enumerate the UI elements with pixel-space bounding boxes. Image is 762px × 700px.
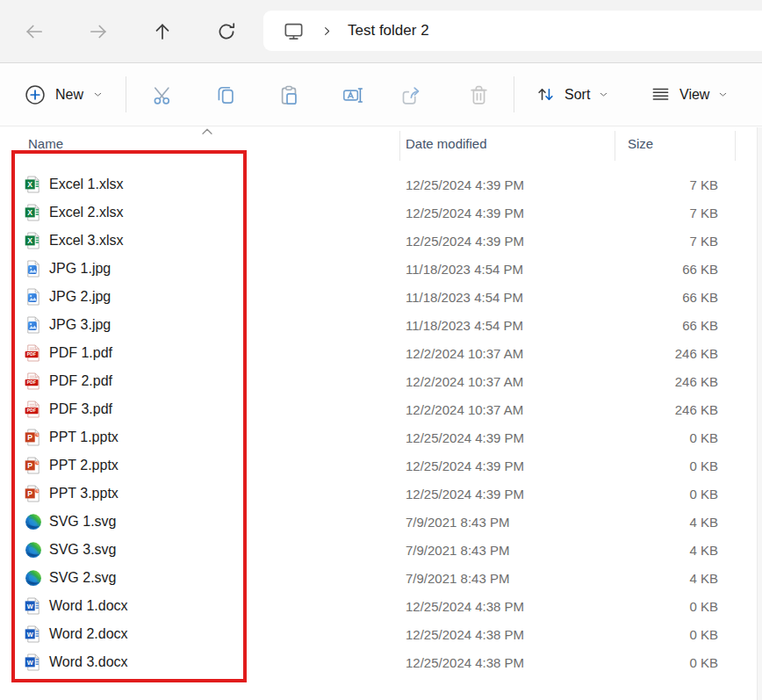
refresh-button[interactable] xyxy=(211,16,242,47)
column-separator[interactable] xyxy=(735,131,736,161)
sort-button[interactable]: Sort xyxy=(528,76,615,113)
file-row[interactable]: SVG 3.svg 7/9/2021 8:43 PM 4 KB xyxy=(0,536,757,564)
excel-icon: X xyxy=(25,204,42,221)
svg-text:PDF: PDF xyxy=(27,379,37,385)
file-row[interactable]: X Excel 1.xlsx 12/25/2024 4:39 PM 7 KB xyxy=(0,170,757,198)
svg-text:P: P xyxy=(27,461,32,470)
copy-button[interactable] xyxy=(212,82,239,108)
new-button-label: New xyxy=(55,87,83,103)
new-button[interactable]: New xyxy=(16,76,111,113)
share-button[interactable] xyxy=(398,82,424,108)
sort-arrows-icon xyxy=(535,83,557,105)
column-header-date-modified[interactable]: Date modified xyxy=(406,136,487,151)
file-row[interactable]: P PPT 2.pptx 12/25/2024 4:39 PM 0 KB xyxy=(0,451,757,480)
command-bar: New Sort xyxy=(0,63,762,126)
view-button-label: View xyxy=(679,87,709,103)
file-size: 66 KB xyxy=(606,262,718,277)
svg-text:W: W xyxy=(27,659,33,667)
back-button[interactable] xyxy=(18,16,50,47)
file-row[interactable]: JPG 3.jpg 11/18/2023 4:54 PM 66 KB xyxy=(0,311,757,339)
file-row[interactable]: PDF PDF 2.pdf 12/2/2024 10:37 AM 246 KB xyxy=(0,367,757,395)
word-icon: W xyxy=(25,653,42,671)
file-name: Word 1.docx xyxy=(49,598,128,614)
svg-text:PDF: PDF xyxy=(27,408,37,413)
arrow-right-icon xyxy=(87,20,110,43)
file-row[interactable]: P PPT 3.pptx 12/25/2024 4:39 PM 0 KB xyxy=(0,480,757,508)
file-date-modified: 7/9/2021 8:43 PM xyxy=(406,543,509,558)
file-row[interactable]: PDF PDF 1.pdf 12/2/2024 10:37 AM 246 KB xyxy=(0,339,757,367)
chevron-down-icon xyxy=(717,89,729,100)
file-date-modified: 7/9/2021 8:43 PM xyxy=(406,571,509,586)
file-name: PDF 1.pdf xyxy=(49,345,112,361)
file-date-modified: 12/25/2024 4:39 PM xyxy=(406,458,524,473)
file-date-modified: 11/18/2023 4:54 PM xyxy=(406,318,523,333)
file-date-modified: 12/25/2024 4:38 PM xyxy=(406,599,524,614)
file-row[interactable]: W Word 2.docx 12/25/2024 4:38 PM 0 KB xyxy=(0,620,757,648)
this-pc-icon[interactable] xyxy=(283,20,305,42)
file-date-modified: 12/25/2024 4:39 PM xyxy=(406,430,524,445)
column-header-name[interactable]: Name xyxy=(28,136,63,151)
address-bar[interactable]: Test folder 2 xyxy=(263,11,762,51)
rename-icon xyxy=(341,83,364,107)
file-size: 7 KB xyxy=(606,234,718,249)
svg-text:X: X xyxy=(27,208,32,217)
file-size: 7 KB xyxy=(606,206,718,220)
cut-button[interactable] xyxy=(149,82,176,108)
forward-button[interactable] xyxy=(83,16,114,47)
copy-icon xyxy=(214,83,238,107)
file-size: 4 KB xyxy=(606,571,718,586)
file-name: JPG 2.jpg xyxy=(49,289,111,305)
file-name: SVG 2.svg xyxy=(49,570,116,586)
file-row[interactable]: JPG 2.jpg 11/18/2023 4:54 PM 66 KB xyxy=(0,283,757,311)
file-name: PDF 2.pdf xyxy=(49,373,112,389)
file-list: X Excel 1.xlsx 12/25/2024 4:39 PM 7 KB X… xyxy=(0,170,757,676)
delete-button[interactable] xyxy=(465,82,492,108)
file-date-modified: 12/2/2024 10:37 AM xyxy=(406,346,523,361)
file-size: 0 KB xyxy=(606,458,718,473)
file-row[interactable]: P PPT 1.pptx 12/25/2024 4:39 PM 0 KB xyxy=(0,423,757,451)
arrow-up-icon xyxy=(151,20,174,43)
file-name: PDF 3.pdf xyxy=(49,401,112,417)
file-name: Word 3.docx xyxy=(49,654,128,670)
file-size: 0 KB xyxy=(606,430,718,445)
scrollbar-track[interactable] xyxy=(757,127,762,700)
jpg-icon xyxy=(25,260,42,278)
ppt-icon: P xyxy=(25,457,42,474)
ppt-icon: P xyxy=(25,429,42,446)
ppt-icon: P xyxy=(25,485,42,502)
svg-text:PDF: PDF xyxy=(27,351,37,357)
file-row[interactable]: PDF PDF 3.pdf 12/2/2024 10:37 AM 246 KB xyxy=(0,395,757,423)
file-row[interactable]: SVG 2.svg 7/9/2021 8:43 PM 4 KB xyxy=(0,564,757,592)
jpg-icon xyxy=(25,316,42,334)
file-row[interactable]: W Word 3.docx 12/25/2024 4:38 PM 0 KB xyxy=(0,648,757,676)
column-separator[interactable] xyxy=(615,131,615,161)
file-name: Excel 2.xlsx xyxy=(49,205,123,220)
paste-button[interactable] xyxy=(276,82,302,108)
file-date-modified: 12/2/2024 10:37 AM xyxy=(406,402,523,417)
file-name: Excel 1.xlsx xyxy=(49,177,123,192)
file-explorer-window: Test folder 2 New xyxy=(0,0,762,700)
svg-text:W: W xyxy=(27,631,33,639)
word-icon: W xyxy=(25,625,42,643)
file-name: Word 2.docx xyxy=(49,626,128,642)
breadcrumb-folder[interactable]: Test folder 2 xyxy=(348,22,429,40)
file-row[interactable]: W Word 1.docx 12/25/2024 4:38 PM 0 KB xyxy=(0,592,757,620)
file-row[interactable]: JPG 1.jpg 11/18/2023 4:54 PM 66 KB xyxy=(0,255,757,283)
chevron-down-icon xyxy=(598,89,609,100)
excel-icon: X xyxy=(25,232,42,249)
file-date-modified: 12/25/2024 4:39 PM xyxy=(406,177,524,192)
up-button[interactable] xyxy=(147,16,178,47)
file-row[interactable]: X Excel 2.xlsx 12/25/2024 4:39 PM 7 KB xyxy=(0,198,757,227)
file-date-modified: 12/25/2024 4:39 PM xyxy=(406,234,524,249)
svg-text:X: X xyxy=(27,180,32,189)
pdf-icon: PDF xyxy=(25,344,42,362)
file-row[interactable]: X Excel 3.xlsx 12/25/2024 4:39 PM 7 KB xyxy=(0,227,757,255)
jpg-icon xyxy=(25,288,42,306)
file-row[interactable]: SVG 1.svg 7/9/2021 8:43 PM 4 KB xyxy=(0,508,757,536)
rename-button[interactable] xyxy=(339,82,365,108)
column-separator[interactable] xyxy=(399,131,400,161)
navigation-bar: Test folder 2 xyxy=(0,0,762,63)
view-button[interactable]: View xyxy=(643,76,735,113)
file-date-modified: 12/25/2024 4:38 PM xyxy=(406,655,524,670)
column-header-size[interactable]: Size xyxy=(628,136,653,151)
